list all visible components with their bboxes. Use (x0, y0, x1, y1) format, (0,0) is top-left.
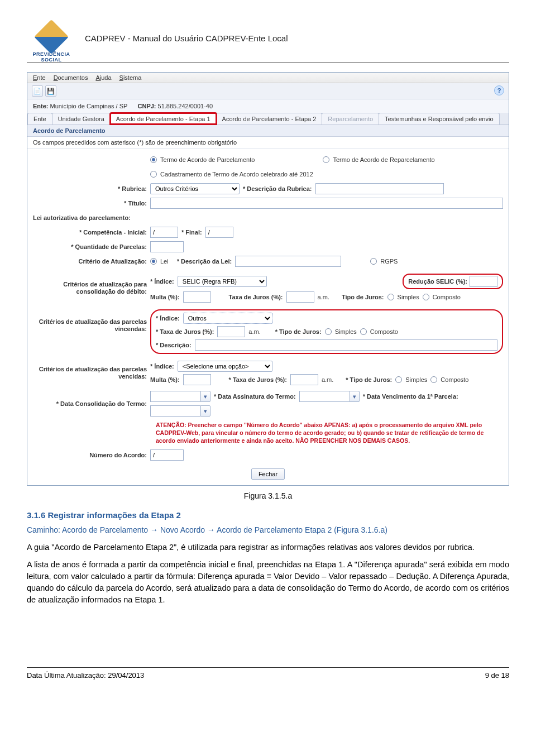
radio-simples-vincendas-label: Simples (335, 328, 357, 335)
label-data-consolidacao: * Data Consolidação do Termo: (33, 400, 150, 407)
radio-simples-debito-label: Simples (398, 294, 419, 300)
select-indice-vincendas[interactable]: Outros (183, 313, 272, 324)
radio-simples-vencidas-label: Simples (405, 376, 427, 383)
tab-testemunhas[interactable]: Testemunhas e Responsável pelo envio (379, 113, 499, 125)
radio-lei-label: Lei (160, 258, 169, 265)
radio-lei[interactable] (150, 258, 157, 265)
document-header: PREVIDÊNCIA SOCIAL CADPREV - Manual do U… (27, 22, 509, 54)
label-lei-autorizativa: Lei autorizativa do parcelamento: (33, 214, 134, 221)
label-competencia-inicial: * Competência - Inicial: (33, 229, 150, 236)
label-taxa-juros-vencidas: * Taxa de Juros (%): (229, 376, 287, 383)
input-taxa-juros-vencidas[interactable] (290, 374, 318, 385)
tab-ente[interactable]: Ente (27, 113, 52, 125)
footer-separator (27, 667, 509, 668)
radio-composto-vincendas[interactable] (360, 328, 367, 335)
footer-date: Data Última Atualização: 29/04/2013 (27, 671, 144, 680)
toolbar: 📄 💾 ? (27, 83, 509, 99)
label-indice-vincendas: * Índice: (156, 315, 180, 322)
ente-info-bar: Ente: Município de Campinas / SP CNPJ: 5… (27, 99, 509, 113)
input-competencia-inicial[interactable] (150, 227, 178, 238)
label-criterios-debito: Critérios de atualização para consolidaç… (33, 281, 150, 295)
label-desc-rubrica: * Descrição da Rubrica: (243, 185, 312, 192)
tab-acordo-etapa2[interactable]: Acordo de Parcelamento - Etapa 2 (216, 113, 323, 125)
date-consolidacao[interactable]: ▾ (150, 391, 210, 402)
input-competencia-final[interactable] (205, 227, 233, 238)
input-numero-acordo[interactable] (150, 449, 184, 461)
radio-composto-vencidas-label: Composto (441, 376, 468, 383)
radio-simples-vincendas[interactable] (325, 328, 332, 335)
breadcrumb-path: Caminho: Acordo de Parcelamento → Novo A… (27, 524, 509, 535)
label-indice-debito: * Índice: (150, 278, 174, 285)
label-multa-debito: Multa (%): (150, 294, 180, 300)
radio-termo-parcelamento[interactable] (150, 156, 157, 163)
label-descricao-vincendas: * Descrição: (156, 342, 192, 348)
label-qtd-parcelas: * Quantidade de Parcelas: (33, 243, 150, 250)
label-tipo-juros-debito: Tipo de Juros: (342, 294, 384, 300)
label-taxa-juros-debito: Taxa de Juros (%): (229, 294, 283, 300)
radio-composto-vencidas[interactable] (430, 376, 437, 383)
label-data-assinatura: * Data Assinatura do Termo: (214, 393, 296, 400)
label-multa-vencidas: Multa (%): (150, 376, 180, 383)
form-section-title: Acordo de Parcelamento (27, 125, 509, 137)
new-doc-button[interactable]: 📄 (32, 85, 43, 97)
menu-ente[interactable]: Ente (33, 74, 46, 81)
label-criterios-vincendas: Critérios de atualização das parcelas vi… (33, 309, 150, 333)
label-titulo: * Título: (33, 200, 150, 207)
label-criterios-vencidas: Critérios de atualização das parcelas ve… (33, 366, 150, 380)
input-reducao-selic[interactable] (470, 276, 497, 287)
tab-acordo-etapa1[interactable]: Acordo de Parcelamento - Etapa 1 (110, 113, 217, 125)
input-multa-vencidas[interactable] (183, 374, 211, 385)
menu-documentos[interactable]: Documentos (54, 74, 88, 81)
label-data-vencimento: * Data Vencimento da 1ª Parcela: (363, 393, 458, 400)
header-separator (27, 63, 509, 63)
highlight-vincendas-block: * Índice: Outros * Taxa de Juros (%): a.… (150, 309, 503, 354)
radio-cadastramento-2012[interactable] (150, 171, 157, 178)
radio-simples-debito[interactable] (387, 294, 394, 300)
chevron-down-icon[interactable]: ▾ (350, 391, 360, 402)
input-qtd-parcelas[interactable] (150, 241, 184, 252)
radio-rgps-label: RGPS (380, 258, 398, 265)
close-button[interactable]: Fechar (251, 468, 285, 480)
help-icon[interactable]: ? (494, 85, 504, 95)
menu-sistema[interactable]: Sistema (119, 74, 142, 81)
input-multa-debito[interactable] (183, 291, 211, 303)
label-tipo-juros-vencidas: * Tipo de Juros: (346, 376, 392, 383)
previdencia-logo: PREVIDÊNCIA SOCIAL (27, 22, 76, 54)
label-desc-lei: * Descrição da Lei: (177, 258, 232, 265)
input-descricao-vincendas[interactable] (195, 339, 497, 351)
radio-composto-debito[interactable] (423, 294, 429, 300)
date-vencimento[interactable]: ▾ (150, 405, 210, 417)
menubar: Ente Documentos Ajuda Sistema (27, 73, 509, 83)
tab-unidade-gestora[interactable]: Unidade Gestora (52, 113, 111, 125)
radio-termo-parcelamento-label: Termo de Acordo de Parcelamento (160, 156, 255, 163)
date-assinatura[interactable]: ▾ (299, 391, 360, 402)
label-am-debito: a.m. (318, 294, 329, 300)
input-desc-lei[interactable] (235, 256, 341, 267)
tab-strip: Ente Unidade Gestora Acordo de Parcelame… (27, 113, 509, 125)
radio-termo-reparcelamento[interactable] (323, 156, 329, 163)
paragraph-2: A lista de anos é formada a partir da co… (27, 559, 509, 606)
select-rubrica[interactable]: Outros Critérios (150, 183, 240, 194)
cnpj-value: 51.885.242/0001-40 (158, 103, 213, 109)
input-titulo[interactable] (150, 198, 503, 209)
menu-ajuda[interactable]: Ajuda (95, 74, 111, 81)
input-taxa-juros-debito[interactable] (286, 291, 314, 303)
select-indice-debito[interactable]: SELIC (Regra RFB) (178, 276, 267, 287)
section-heading: 3.1.6 Registrar informações da Etapa 2 (27, 509, 509, 521)
radio-rgps[interactable] (370, 258, 377, 265)
radio-simples-vencidas[interactable] (395, 376, 402, 383)
app-window: Ente Documentos Ajuda Sistema 📄 💾 ? Ente… (27, 72, 509, 486)
highlight-reducao-selic: Redução SELIC (%): (403, 274, 503, 289)
label-numero-acordo: Número do Acordo: (33, 452, 150, 458)
cnpj-label: CNPJ: (138, 103, 156, 109)
warning-text: ATENÇÃO: Preencher o campo "Número do Ac… (33, 418, 503, 446)
label-rubrica: * Rubrica: (33, 185, 150, 192)
save-button[interactable]: 💾 (45, 85, 56, 97)
select-indice-vencidas[interactable]: <Selecione uma opção> (178, 361, 272, 372)
chevron-down-icon[interactable]: ▾ (200, 405, 210, 417)
footer-page: 9 de 18 (485, 671, 509, 680)
label-final: * Final: (181, 229, 202, 236)
chevron-down-icon[interactable]: ▾ (200, 391, 210, 402)
input-taxa-juros-vincendas[interactable] (217, 326, 245, 337)
input-desc-rubrica[interactable] (315, 183, 444, 194)
